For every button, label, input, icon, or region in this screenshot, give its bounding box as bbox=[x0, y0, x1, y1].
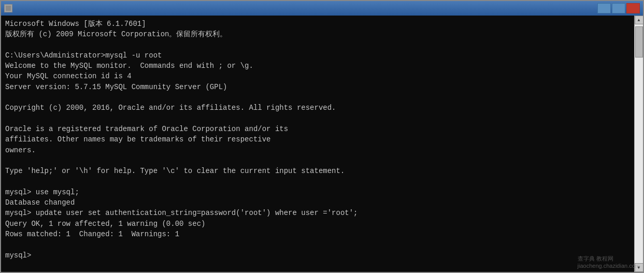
svg-rect-1 bbox=[6, 6, 10, 10]
close-button[interactable] bbox=[626, 3, 640, 13]
window-icon bbox=[4, 4, 12, 12]
scroll-up-button[interactable]: ▲ bbox=[635, 16, 643, 24]
window-controls bbox=[597, 3, 640, 13]
terminal-output[interactable]: Microsoft Windows [版本 6.1.7601] 版权所有 (c)… bbox=[1, 16, 634, 272]
minimize-button[interactable] bbox=[597, 3, 611, 13]
scroll-thumb[interactable] bbox=[635, 26, 643, 58]
title-bar bbox=[1, 1, 643, 16]
window-body: Microsoft Windows [版本 6.1.7601] 版权所有 (c)… bbox=[1, 16, 643, 272]
scrollbar[interactable]: ▲ ▼ bbox=[634, 16, 643, 272]
restore-button[interactable] bbox=[612, 3, 625, 13]
cmd-window: Microsoft Windows [版本 6.1.7601] 版权所有 (c)… bbox=[0, 0, 644, 273]
scroll-down-button[interactable]: ▼ bbox=[635, 263, 643, 272]
scroll-track[interactable] bbox=[635, 24, 643, 263]
